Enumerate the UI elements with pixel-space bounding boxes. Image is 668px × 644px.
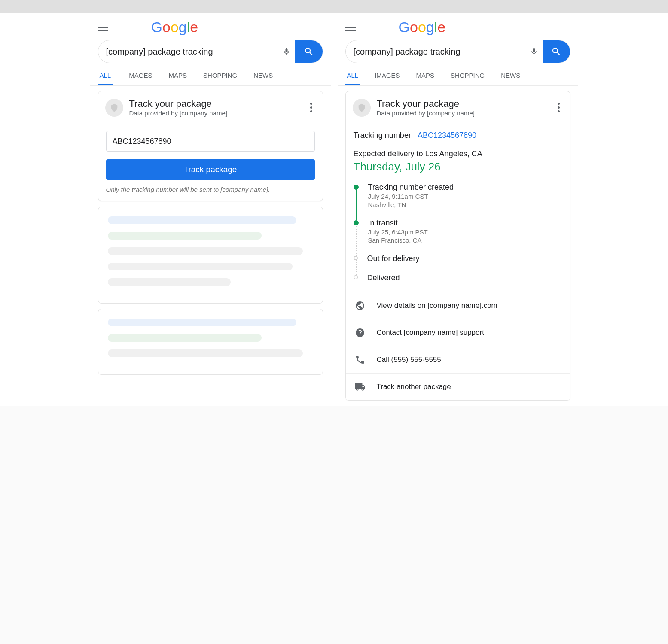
action-list: View details on [company name].com Conta… <box>346 292 570 400</box>
search-tabs: ALL IMAGES MAPS SHOPPING NEWS <box>338 67 578 86</box>
tab-all[interactable]: ALL <box>345 67 360 85</box>
tab-images[interactable]: IMAGES <box>125 67 154 85</box>
company-avatar-icon <box>353 99 371 117</box>
tracking-disclaimer: Only the tracking number will be sent to… <box>106 186 315 193</box>
mic-icon <box>530 46 538 57</box>
expected-delivery-label: Expected delivery to Los Angeles, CA <box>354 149 562 158</box>
track-another-action[interactable]: Track another package <box>346 374 570 400</box>
timeline-dot-pending <box>354 256 358 260</box>
search-input[interactable] <box>98 47 278 57</box>
track-package-button[interactable]: Track package <box>106 159 315 180</box>
timeline-event-title: Delivered <box>367 273 562 283</box>
search-bar <box>98 40 323 63</box>
timeline-dot-pending <box>354 275 358 279</box>
menu-icon[interactable] <box>98 24 108 31</box>
action-label: Track another package <box>377 383 451 391</box>
menu-icon[interactable] <box>345 24 356 31</box>
tab-images[interactable]: IMAGES <box>373 67 401 85</box>
action-label: Contact [company name] support <box>377 328 484 337</box>
timeline-event-location: San Francisco, CA <box>368 237 562 244</box>
timeline-event-title: In transit <box>368 219 562 228</box>
track-package-card: Track your package Data provided by [com… <box>98 91 323 201</box>
phone-icon <box>354 354 366 365</box>
tracking-number-row: Tracking number ABC1234567890 <box>354 123 562 140</box>
tab-shopping[interactable]: SHOPPING <box>449 67 486 85</box>
call-action[interactable]: Call (555) 555-5555 <box>346 346 570 374</box>
voice-search-button[interactable] <box>278 46 295 57</box>
tab-maps[interactable]: MAPS <box>167 67 189 85</box>
tracking-number-input[interactable] <box>106 131 315 152</box>
google-logo[interactable]: Google <box>399 19 446 36</box>
tab-maps[interactable]: MAPS <box>415 67 436 85</box>
action-label: View details on [company name].com <box>377 301 497 310</box>
tracking-timeline: Tracking number created July 24, 9:11am … <box>354 183 562 292</box>
contact-support-action[interactable]: Contact [company name] support <box>346 319 570 346</box>
expected-delivery-date: Thursday, July 26 <box>354 160 562 173</box>
skeleton-result-1 <box>98 207 323 304</box>
timeline-event-title: Out for delivery <box>367 254 562 263</box>
company-avatar-icon <box>105 99 123 117</box>
screen-right: 12:30 Google A <box>338 0 578 406</box>
timeline-dot-complete <box>354 185 359 190</box>
search-button[interactable] <box>295 40 323 63</box>
tracking-result-card: Track your package Data provided by [com… <box>345 91 570 401</box>
timeline-event-time: July 24, 9:11am CST <box>368 193 562 200</box>
mic-icon <box>282 46 291 57</box>
globe-icon <box>354 300 366 311</box>
card-subtitle: Data provided by [company name] <box>129 109 227 117</box>
view-details-action[interactable]: View details on [company name].com <box>346 292 570 319</box>
timeline-event-location: Nashville, TN <box>368 201 562 208</box>
tab-news[interactable]: NEWS <box>499 67 522 85</box>
search-icon <box>551 46 561 57</box>
help-icon <box>354 327 366 338</box>
screen-left: 12:30 Google A <box>90 0 331 406</box>
action-label: Call (555) 555-5555 <box>377 355 441 364</box>
search-bar <box>345 40 570 63</box>
overflow-menu-button[interactable] <box>555 103 563 112</box>
tab-news[interactable]: NEWS <box>252 67 275 85</box>
search-icon <box>304 46 314 57</box>
search-input[interactable] <box>346 47 525 57</box>
tracking-number-link[interactable]: ABC1234567890 <box>418 131 476 140</box>
timeline-dot-complete <box>354 220 359 225</box>
card-subtitle: Data provided by [company name] <box>377 109 475 117</box>
tab-shopping[interactable]: SHOPPING <box>201 67 239 85</box>
search-button[interactable] <box>543 40 570 63</box>
card-title: Track your package <box>129 98 227 109</box>
overflow-menu-button[interactable] <box>307 103 316 112</box>
timeline-event-title: Tracking number created <box>368 183 562 192</box>
card-title: Track your package <box>377 98 475 109</box>
tab-all[interactable]: ALL <box>98 67 113 85</box>
skeleton-result-2 <box>98 309 323 375</box>
timeline-event-time: July 25, 6:43pm PST <box>368 228 562 236</box>
voice-search-button[interactable] <box>525 46 543 57</box>
google-logo[interactable]: Google <box>151 19 198 36</box>
search-tabs: ALL IMAGES MAPS SHOPPING NEWS <box>90 67 331 86</box>
truck-icon <box>354 381 366 392</box>
